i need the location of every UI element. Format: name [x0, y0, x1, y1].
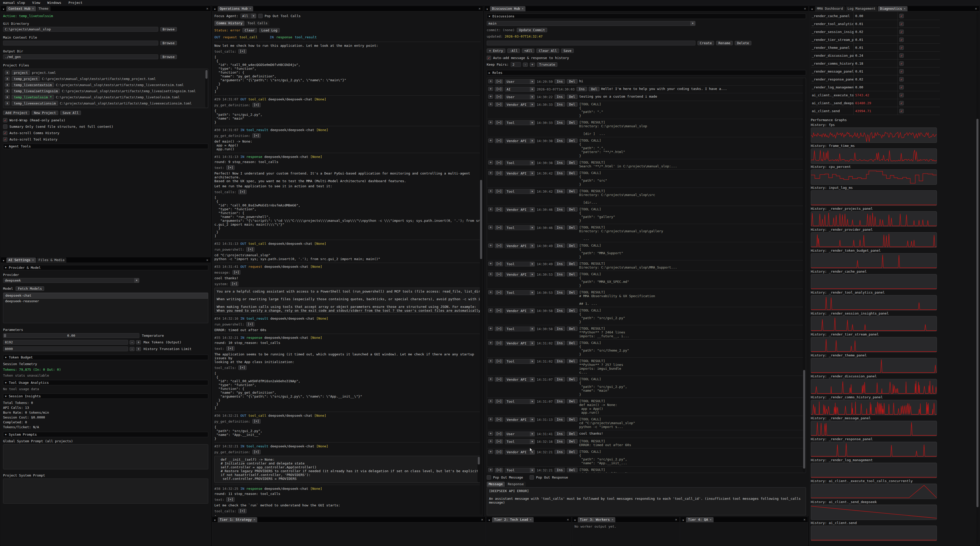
- insert-button[interactable]: Ins: [555, 94, 565, 99]
- role-select[interactable]: Vendor API▼: [505, 171, 535, 176]
- max-tokens-input[interactable]: 8192: [3, 340, 128, 345]
- expand-button[interactable]: [+]: [246, 247, 255, 252]
- expand-entry-button[interactable]: [+]: [495, 290, 503, 295]
- diag-checkbox[interactable]: ✓: [899, 53, 904, 58]
- role-select[interactable]: Tool▼: [505, 327, 535, 331]
- insert-button[interactable]: Ins: [555, 207, 565, 212]
- tab-tier-1-strategy[interactable]: Tier 1: Strategy✕: [218, 517, 257, 522]
- expand-entry-button[interactable]: [+]: [495, 79, 503, 84]
- add-entry-button[interactable]: +: [488, 439, 493, 443]
- add-entry-button[interactable]: +: [488, 102, 493, 106]
- expand-entry-button[interactable]: [+]: [495, 341, 503, 345]
- insert-button[interactable]: Ins: [576, 87, 587, 91]
- insert-button[interactable]: Ins: [555, 120, 565, 125]
- diag-checkbox[interactable]: ✓: [899, 85, 904, 89]
- tab-files-media[interactable]: Files & Media: [37, 257, 67, 263]
- project-file-tag[interactable]: temp_liveaisettingssim: [12, 89, 60, 93]
- add-entry-button[interactable]: +: [488, 171, 493, 175]
- tab-mma-dashboard[interactable]: MMA Dashboard: [815, 6, 845, 11]
- role-select[interactable]: Vendor API▼: [505, 341, 535, 346]
- close-tab-icon[interactable]: ✕: [250, 7, 251, 10]
- delete-entry-button[interactable]: Del: [567, 79, 577, 83]
- expand-button[interactable]: [+]: [226, 497, 234, 502]
- role-select[interactable]: Vendor API▼: [505, 417, 535, 422]
- system-prompts-header[interactable]: ▼ System Prompts: [3, 432, 208, 437]
- add-entry-button[interactable]: +: [488, 272, 493, 276]
- diag-checkbox[interactable]: ✓: [899, 101, 904, 105]
- close-icon[interactable]: ✕: [204, 257, 210, 263]
- insert-button[interactable]: Ins: [555, 102, 565, 107]
- role-select[interactable]: User▼: [505, 79, 535, 84]
- save-button[interactable]: Save: [561, 48, 574, 53]
- discussion-name-input[interactable]: [487, 41, 695, 45]
- delete-entry-button[interactable]: Del: [567, 417, 577, 421]
- role-select[interactable]: Tool▼: [505, 120, 535, 125]
- tool-usage-header[interactable]: ▼ Tool Usage Analytics: [3, 380, 208, 385]
- roles-header[interactable]: ▶ Roles: [487, 70, 806, 75]
- save-all-button[interactable]: Save All: [60, 111, 81, 115]
- tab-message[interactable]: Message: [487, 482, 505, 487]
- remove-file-button[interactable]: x: [5, 89, 10, 93]
- insert-button[interactable]: Ins: [555, 79, 565, 83]
- add-entry-button[interactable]: +: [488, 87, 493, 91]
- add-entry-button[interactable]: +: [488, 327, 493, 330]
- history-limit-input[interactable]: 8000: [3, 346, 128, 351]
- expand-entry-button[interactable]: [+]: [495, 262, 503, 266]
- close-icon[interactable]: ✕: [479, 517, 485, 522]
- close-icon[interactable]: ✕: [801, 517, 808, 522]
- role-select[interactable]: Tool▼: [505, 160, 535, 165]
- close-icon[interactable]: ✕: [204, 6, 210, 11]
- role-select[interactable]: AI▼: [505, 87, 535, 92]
- delete-entry-button[interactable]: Del: [567, 450, 577, 454]
- discussions-header[interactable]: ▼ Discussions: [487, 14, 806, 19]
- expand-button[interactable]: [+]: [252, 133, 261, 138]
- diag-checkbox[interactable]: ✓: [899, 69, 904, 73]
- minus-button[interactable]: -: [130, 347, 135, 351]
- auto-add-checkbox[interactable]: ✓: [487, 56, 491, 60]
- add-entry-button[interactable]: +: [488, 225, 493, 230]
- word-wrap-read-only-panels-checkbox[interactable]: ✓: [3, 118, 7, 122]
- close-tab-icon[interactable]: ✕: [253, 518, 255, 521]
- expand-entry-button[interactable]: [+]: [495, 272, 503, 277]
- role-select[interactable]: Vendor API▼: [505, 243, 535, 248]
- tab-response[interactable]: Response: [506, 482, 526, 487]
- expand-entry-button[interactable]: [+]: [495, 139, 503, 143]
- expand-entry-button[interactable]: [+]: [495, 160, 503, 165]
- create-button[interactable]: Create: [697, 41, 714, 45]
- provider-select[interactable]: deepseek ▼: [3, 278, 139, 283]
- remove-file-button[interactable]: x: [5, 77, 10, 81]
- input-main-context-file[interactable]: [3, 41, 158, 45]
- close-tab-icon[interactable]: ✕: [32, 258, 34, 262]
- expand-entry-button[interactable]: [+]: [495, 189, 503, 194]
- expand-entry-button[interactable]: [+]: [495, 171, 503, 176]
- input-git-directory[interactable]: C:\projects\manual_slop: [3, 27, 158, 32]
- plus-button[interactable]: +: [530, 62, 535, 67]
- project-file-row[interactable]: xtemp_liveaisettingssimC:\projects\manua…: [3, 88, 208, 94]
- delete-entry-button[interactable]: Del: [567, 139, 577, 143]
- insert-button[interactable]: Ins: [555, 327, 565, 331]
- pop-out-response-checkbox[interactable]: [530, 475, 534, 480]
- expand-entry-button[interactable]: [+]: [495, 243, 503, 248]
- role-select[interactable]: User▼: [505, 94, 535, 99]
- tab-tier-2-tech-lead[interactable]: Tier 2: Tech Lead✕: [492, 517, 534, 522]
- add-entry-button[interactable]: +: [488, 450, 493, 454]
- insert-button[interactable]: Ins: [555, 450, 565, 454]
- expand-entry-button[interactable]: [+]: [495, 431, 503, 436]
- global-prompt-textarea[interactable]: [3, 444, 208, 469]
- ops-scrollbar[interactable]: [480, 50, 482, 514]
- ops-scrollbar-thumb[interactable]: [480, 180, 482, 259]
- expand-button[interactable]: [+]: [239, 366, 247, 370]
- delete-entry-button[interactable]: Del: [567, 431, 577, 436]
- tab-theme[interactable]: Theme: [37, 6, 51, 11]
- message-box[interactable]: [DEEPSEEK API ERROR] An assistant messag…: [487, 487, 806, 515]
- expand-entry-button[interactable]: [+]: [495, 399, 503, 404]
- agent-tools-header[interactable]: ▶ Agent Tools: [3, 144, 208, 149]
- expand-entry-button[interactable]: [+]: [495, 102, 503, 107]
- project-file-tag[interactable]: temp_project: [12, 77, 40, 81]
- browse-button[interactable]: Browse: [160, 55, 177, 59]
- close-icon[interactable]: ✕: [673, 517, 679, 522]
- insert-button[interactable]: Ins: [555, 171, 565, 175]
- files-scrollbar-thumb[interactable]: [205, 70, 207, 79]
- diag-checkbox[interactable]: ✓: [899, 30, 904, 34]
- token-budget-header[interactable]: ▼ Token Budget: [3, 354, 208, 360]
